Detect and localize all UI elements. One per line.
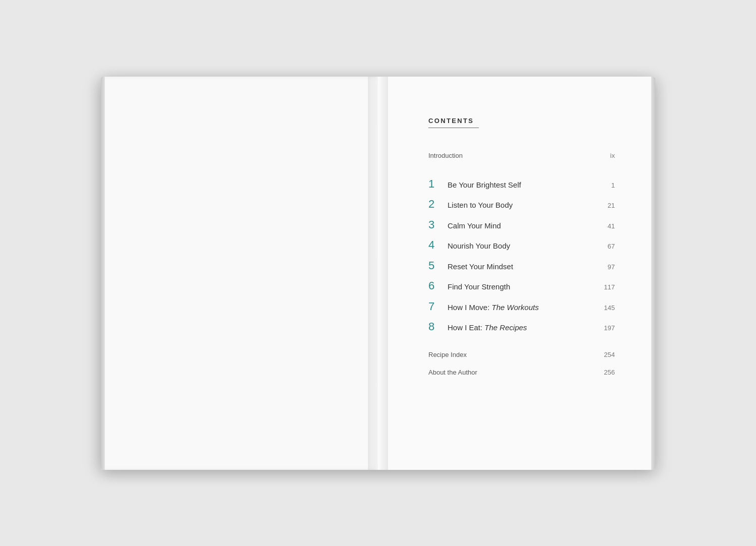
toc-page-8: 197 [600,324,615,332]
contents-underline [428,128,479,129]
toc-gap-1 [428,165,615,174]
toc-number-4: 4 [428,239,443,251]
toc-item-3: 3 Calm Your Mind 41 [428,215,615,235]
toc-page-5: 97 [600,263,615,271]
toc-item-recipe-index: Recipe Index 254 [428,346,615,364]
toc-title-7: How I Move: The Workouts [448,302,600,313]
contents-heading: CONTENTS [428,117,615,125]
toc-number-2: 2 [428,199,443,210]
toc-item-introduction: Introduction ix [428,147,615,165]
toc-page-6: 117 [600,283,615,291]
toc-item-7: 7 How I Move: The Workouts 145 [428,296,615,317]
toc-item-2: 2 Listen to Your Body 21 [428,194,615,215]
toc-page-4: 67 [600,242,615,250]
toc-item-5: 5 Reset Your Mindset 97 [428,256,615,276]
book: CONTENTS Introduction ix 1 Be Your Brigh… [101,77,655,470]
toc-page-1: 1 [600,181,615,189]
toc-page-2: 21 [600,202,615,209]
toc-page-3: 41 [600,222,615,230]
toc-item-about-author: About the Author 256 [428,364,615,382]
toc-gap-2 [428,337,615,346]
toc-page-recipe-index: 254 [600,351,615,358]
toc-page-about-author: 256 [600,369,615,376]
toc-list: Introduction ix 1 Be Your Brightest Self… [428,147,615,440]
toc-page-introduction: ix [600,152,615,159]
toc-title-4: Nourish Your Body [448,241,600,251]
toc-page-7: 145 [600,304,615,312]
toc-title-8: How I Eat: The Recipes [448,323,600,333]
page-right: CONTENTS Introduction ix 1 Be Your Brigh… [378,77,655,470]
toc-item-6: 6 Find Your Strength 117 [428,276,615,296]
toc-number-7: 7 [428,301,443,312]
toc-title-6: Find Your Strength [448,282,600,292]
toc-item-1: 1 Be Your Brightest Self 1 [428,174,615,195]
toc-title-1: Be Your Brightest Self [448,180,600,190]
toc-number-5: 5 [428,260,443,271]
toc-title-3: Calm Your Mind [448,221,600,231]
toc-number-1: 1 [428,178,443,190]
toc-title-recipe-index: Recipe Index [428,351,600,359]
toc-number-8: 8 [428,321,443,332]
toc-title-2: Listen to Your Body [448,200,600,210]
toc-item-8: 8 How I Eat: The Recipes 197 [428,317,615,337]
toc-number-6: 6 [428,280,443,291]
toc-number-3: 3 [428,219,443,230]
toc-title-5: Reset Your Mindset [448,262,600,272]
toc-title-about-author: About the Author [428,369,600,377]
toc-title-introduction: Introduction [428,152,600,160]
toc-item-4: 4 Nourish Your Body 67 [428,235,615,256]
page-left [101,77,378,470]
